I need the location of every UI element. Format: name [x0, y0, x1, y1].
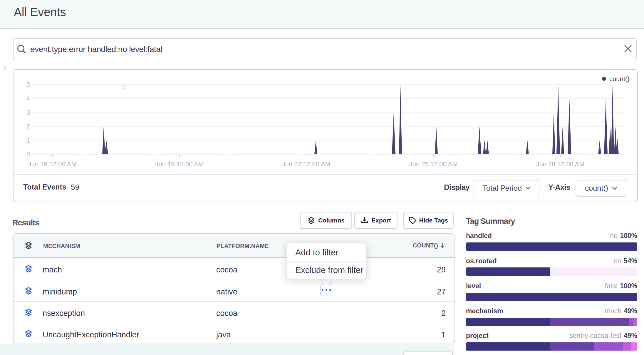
svg-text:Jun 16 12:00 AM: Jun 16 12:00 AM — [28, 160, 76, 168]
svg-text:Jun 25 12:00 AM: Jun 25 12:00 AM — [409, 160, 457, 168]
svg-text:Jun 22 12:00 AM: Jun 22 12:00 AM — [282, 160, 330, 168]
svg-text:5: 5 — [26, 81, 30, 88]
svg-text:3: 3 — [26, 109, 30, 116]
svg-text:4: 4 — [26, 95, 30, 102]
svg-text:1: 1 — [26, 137, 30, 144]
svg-text:2: 2 — [26, 123, 30, 130]
svg-text:0: 0 — [26, 150, 30, 158]
svg-text:Jun 19 12:00 AM: Jun 19 12:00 AM — [155, 160, 204, 168]
